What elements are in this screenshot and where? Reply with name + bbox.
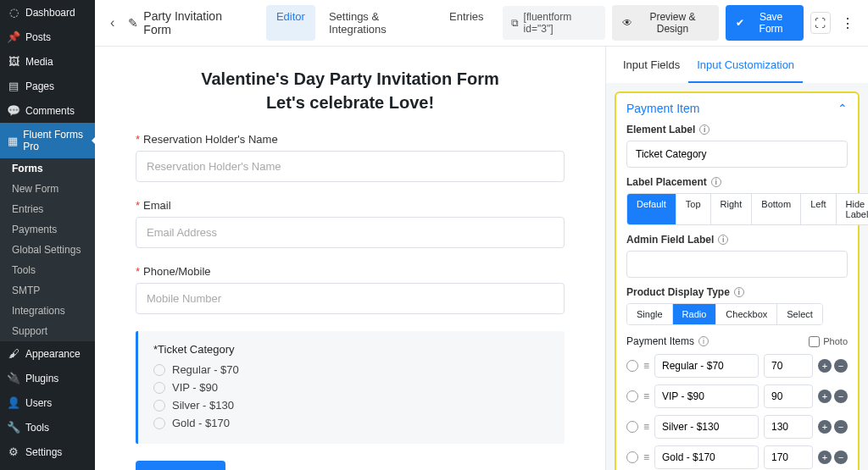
shortcode-badge[interactable]: ⧉ [fluentform id="3"] (503, 6, 605, 40)
item-name-input[interactable] (654, 445, 759, 469)
pill-select[interactable]: Select (777, 304, 822, 324)
wp-nav-users[interactable]: 👤Users (0, 390, 95, 415)
item-name-input[interactable] (654, 384, 759, 408)
element-label-input[interactable] (626, 141, 848, 168)
photo-checkbox[interactable]: Photo (809, 336, 848, 347)
ticket-option[interactable]: Gold - $170 (153, 414, 549, 432)
pill-left[interactable]: Left (801, 194, 836, 224)
payment-item-row: ≡+− (626, 415, 848, 439)
add-item-button[interactable]: + (818, 420, 832, 434)
field-email-input[interactable] (136, 217, 565, 248)
pill-checkbox[interactable]: Checkbox (716, 304, 777, 324)
photo-checkbox-input[interactable] (809, 336, 820, 347)
payment-items-header: Payment Itemsi Photo (626, 335, 848, 347)
wp-nav-plugins[interactable]: 🔌Plugins (0, 366, 95, 390)
drag-handle-icon[interactable]: ≡ (643, 390, 649, 402)
item-name-input[interactable] (654, 354, 759, 378)
item-value-input[interactable] (764, 445, 813, 469)
wp-submenu-fluent: Forms New Form Entries Payments Global S… (0, 158, 95, 341)
field-phone[interactable]: *Phone/Mobile (136, 265, 565, 314)
wp-sub-smtp[interactable]: SMTP (0, 280, 95, 301)
drag-handle-icon[interactable]: ≡ (643, 421, 649, 433)
wp-nav-fluentforms[interactable]: ▦Fluent Forms Pro (0, 123, 95, 158)
fullscreen-button[interactable]: ⛶ (810, 12, 831, 34)
wp-sub-forms[interactable]: Forms (0, 158, 95, 179)
item-value-input[interactable] (764, 354, 813, 378)
wp-nav-media[interactable]: 🖼Media (0, 49, 95, 74)
inspector-panel: Input Fields Input Customization Payment… (605, 47, 868, 470)
ticket-option[interactable]: Regular - $70 (153, 361, 549, 379)
wp-admin-sidebar: ◌Dashboard 📌Posts 🖼Media ▤Pages 💬Comment… (0, 0, 95, 470)
wp-nav-tools[interactable]: 🔧Tools (0, 415, 95, 440)
pill-top[interactable]: Top (676, 194, 711, 224)
row-radio[interactable] (626, 360, 638, 372)
more-menu-button[interactable]: ⋮ (837, 15, 858, 31)
field-phone-label: *Phone/Mobile (136, 265, 565, 278)
wp-sub-integrations[interactable]: Integrations (0, 301, 95, 321)
field-name[interactable]: *Reservation Holder's Name (136, 133, 565, 182)
pill-bottom[interactable]: Bottom (752, 194, 801, 224)
add-item-button[interactable]: + (818, 390, 832, 403)
remove-item-button[interactable]: − (834, 359, 848, 373)
pill-hide[interactable]: Hide Label (837, 194, 868, 224)
wp-sub-tools[interactable]: Tools (0, 260, 95, 280)
info-icon[interactable]: i (711, 177, 721, 187)
pill-default[interactable]: Default (627, 194, 676, 224)
item-value-input[interactable] (764, 415, 813, 439)
wp-sub-payments[interactable]: Payments (0, 219, 95, 240)
tab-input-customization[interactable]: Input Customization (688, 47, 803, 83)
field-name-input[interactable] (136, 151, 565, 182)
wp-nav-collapse[interactable]: ◀Collapse menu (0, 464, 95, 470)
row-radio[interactable] (626, 390, 638, 402)
field-phone-input[interactable] (136, 283, 565, 314)
back-button[interactable]: ‹ (105, 12, 120, 34)
drag-handle-icon[interactable]: ≡ (643, 360, 649, 372)
field-email[interactable]: *Email (136, 199, 565, 248)
chevron-up-icon: ⌃ (837, 102, 848, 115)
info-icon[interactable]: i (718, 235, 728, 245)
save-button[interactable]: ✔Save Form (726, 5, 804, 41)
tab-input-fields[interactable]: Input Fields (615, 47, 688, 83)
form-canvas: Valentine's Day Party Invitation Form Le… (95, 47, 605, 470)
wp-nav-appearance[interactable]: 🖌Appearance (0, 341, 95, 366)
info-icon[interactable]: i (699, 124, 709, 135)
drag-handle-icon[interactable]: ≡ (643, 451, 649, 463)
radio-icon (153, 400, 165, 412)
wp-sub-newform[interactable]: New Form (0, 179, 95, 199)
tab-entries[interactable]: Entries (439, 5, 493, 41)
item-value-input[interactable] (764, 384, 813, 408)
admin-label-input[interactable] (626, 251, 848, 278)
ticket-option[interactable]: Silver - $130 (153, 396, 549, 414)
gear-icon: ⚙ (7, 445, 20, 458)
wp-sub-support[interactable]: Support (0, 321, 95, 341)
submit-button[interactable]: Submit Form (136, 461, 225, 470)
wp-nav-dashboard[interactable]: ◌Dashboard (0, 0, 95, 25)
wp-nav-pages[interactable]: ▤Pages (0, 74, 95, 98)
wp-sub-globalsettings[interactable]: Global Settings (0, 240, 95, 260)
tab-settings[interactable]: Settings & Integrations (319, 5, 436, 41)
row-radio[interactable] (626, 421, 638, 433)
info-icon[interactable]: i (698, 336, 709, 346)
pill-right[interactable]: Right (711, 194, 753, 224)
ticket-option[interactable]: VIP - $90 (153, 379, 549, 396)
panel-header-payment-item[interactable]: Payment Item ⌃ (626, 102, 848, 115)
wp-nav-posts[interactable]: 📌Posts (0, 25, 95, 49)
add-item-button[interactable]: + (818, 359, 832, 373)
wp-nav-comments[interactable]: 💬Comments (0, 98, 95, 123)
info-icon[interactable]: i (734, 287, 744, 297)
wp-nav-settings[interactable]: ⚙Settings (0, 440, 95, 464)
add-item-button[interactable]: + (818, 451, 832, 464)
remove-item-button[interactable]: − (834, 420, 848, 434)
preview-button[interactable]: 👁Preview & Design (612, 5, 720, 41)
pill-radio[interactable]: Radio (673, 304, 717, 324)
form-title-crumb[interactable]: Party Invitation Form (143, 9, 246, 36)
item-name-input[interactable] (654, 415, 759, 439)
field-ticket-category[interactable]: *Ticket Category Regular - $70 VIP - $90… (136, 331, 565, 444)
remove-item-button[interactable]: − (834, 451, 848, 464)
remove-item-button[interactable]: − (834, 390, 848, 403)
pill-single[interactable]: Single (627, 304, 673, 324)
form-heading: Valentine's Day Party Invitation Form Le… (136, 67, 565, 114)
tab-editor[interactable]: Editor (266, 5, 315, 41)
row-radio[interactable] (626, 451, 638, 463)
wp-sub-entries[interactable]: Entries (0, 199, 95, 219)
